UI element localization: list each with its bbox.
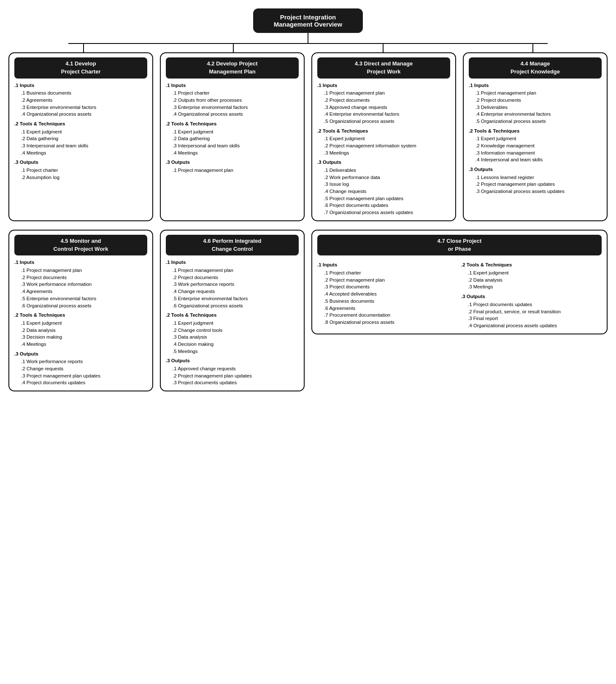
card-45-input-5: .5 Enterprise environmental factors xyxy=(14,295,147,302)
card-43-tool-1: .1 Expert judgment xyxy=(317,135,450,142)
card-45-title: 4.5 Monitor and Control Project Work xyxy=(14,235,147,256)
card-47-outputs-header: .3 Outputs xyxy=(461,293,602,300)
card-46-input-3: .3 Work performance reports xyxy=(166,281,299,288)
card-44-input-5: .5 Organizational process assets xyxy=(469,118,602,125)
card-47-output-3: .3 Final report xyxy=(461,315,602,322)
card-41-tool-3: .3 Interpersonal and team skills xyxy=(14,142,147,149)
card-44-input-4: .4 Enterprise environmental factors xyxy=(469,111,602,118)
page-container: Project Integration Management Overview … xyxy=(8,8,608,391)
card-45-input-3: .3 Work performance information xyxy=(14,281,147,288)
card-47-tools-header: .2 Tools & Techniques xyxy=(461,261,602,269)
card-46-tools-header: .2 Tools & Techniques xyxy=(166,312,299,319)
card-44-input-3: .3 Deliverables xyxy=(469,104,602,111)
card-43-inputs-header: .1 Inputs xyxy=(317,82,450,89)
card-46-input-6: .6 Organizational process assets xyxy=(166,302,299,309)
card-47-tool-2: .2 Data analysis xyxy=(461,277,602,284)
card-46-outputs-header: .3 Outputs xyxy=(166,357,299,364)
card-42-tool-3: .3 Interpersonal and team skills xyxy=(166,142,299,149)
card-42-tool-2: .2 Data gathering xyxy=(166,135,299,142)
card-43-output-1: .1 Deliverables xyxy=(317,167,450,174)
card-47-output-1: .1 Project documents updates xyxy=(461,301,602,308)
card-43-input-5: .5 Organizational process assets xyxy=(317,118,450,125)
card-44-tool-1: .1 Expert judgment xyxy=(469,135,602,142)
card-42-inputs-header: .1 Inputs xyxy=(166,82,299,89)
card-41-outputs-header: .3 Outputs xyxy=(14,159,147,166)
card-42-tool-4: .4 Meetings xyxy=(166,149,299,157)
card-47-input-3: .3 Project documents xyxy=(317,283,458,290)
root-title: Project Integration Management Overview xyxy=(253,8,363,33)
card-45-output-1: .1 Work performance reports xyxy=(14,358,147,365)
card-43-input-2: .2 Project documents xyxy=(317,97,450,104)
card-46-tool-3: .3 Data analysis xyxy=(166,334,299,341)
card-47-input-1: .1 Project charter xyxy=(317,269,458,277)
card-43-output-2: .2 Work performance data xyxy=(317,174,450,181)
card-41-tool-1: .1 Expert judgment xyxy=(14,128,147,136)
card-42-output-1: .1 Project management plan xyxy=(166,167,299,174)
card-43-tool-3: .3 Meetings xyxy=(317,149,450,157)
card-46-tool-1: .1 Expert judgment xyxy=(166,320,299,327)
card-41: 4.1 Develop Project Charter .1 Inputs .1… xyxy=(8,52,153,221)
card-46-input-1: .1 Project management plan xyxy=(166,267,299,274)
card-46-input-5: .5 Enterprise environmental factors xyxy=(166,295,299,302)
card-44-input-1: .1 Project management plan xyxy=(469,90,602,97)
card-46-output-2: .2 Project management plan updates xyxy=(166,372,299,380)
card-43-outputs-header: .3 Outputs xyxy=(317,159,450,166)
vline-1 xyxy=(83,44,84,52)
card-46-tool-5: .5 Meetings xyxy=(166,348,299,355)
vline-4 xyxy=(532,44,533,52)
card-45: 4.5 Monitor and Control Project Work .1 … xyxy=(8,230,153,391)
card-47-input-6: .6 Agreements xyxy=(317,305,458,312)
card-43-title: 4.3 Direct and Manage Project Work xyxy=(317,57,450,79)
card-44-output-3: .3 Organizational process assets updates xyxy=(469,188,602,195)
card-42-input-2: .2 Outputs from other processes xyxy=(166,97,299,104)
card-47-input-7: .7 Procurement documentation xyxy=(317,312,458,319)
vline-3 xyxy=(383,44,384,52)
card-41-output-1: .1 Project charter xyxy=(14,167,147,174)
h-connector-line xyxy=(68,43,548,44)
card-43-input-4: .4 Enterprise environmental factors xyxy=(317,111,450,118)
card-41-input-4: .4 Organizational process assets xyxy=(14,111,147,118)
vline-cell-2 xyxy=(158,44,308,52)
card-47-input-5: .5 Business documents xyxy=(317,298,458,305)
card-42: 4.2 Develop Project Management Plan .1 I… xyxy=(160,52,305,221)
root-vline xyxy=(308,33,308,43)
vline-2 xyxy=(233,44,234,52)
card-46-title: 4.6 Perform Integrated Change Control xyxy=(166,235,299,256)
card-46-input-4: .4 Change requests xyxy=(166,288,299,295)
card-47-title: 4.7 Close Project or Phase xyxy=(317,235,602,256)
bottom-row: 4.5 Monitor and Control Project Work .1 … xyxy=(8,230,608,391)
card-47-left: .1 Inputs .1 Project charter .2 Project … xyxy=(317,259,458,329)
top-vlines xyxy=(8,44,608,52)
card-46: 4.6 Perform Integrated Change Control .1… xyxy=(160,230,305,391)
vline-cell-4 xyxy=(458,44,608,52)
card-45-output-4: .4 Project documents updates xyxy=(14,379,147,386)
card-45-outputs-header: .3 Outputs xyxy=(14,350,147,358)
card-42-input-3: .3 Enterprise environmental factors xyxy=(166,104,299,111)
card-47-inputs-header: .1 Inputs xyxy=(317,261,458,269)
card-44-inputs-header: .1 Inputs xyxy=(469,82,602,89)
card-47-input-4: .4 Accepted deliverables xyxy=(317,290,458,298)
card-44-tools-header: .2 Tools & Techniques xyxy=(469,128,602,135)
card-45-input-1: .1 Project management plan xyxy=(14,267,147,274)
card-45-tool-2: .2 Data analysis xyxy=(14,327,147,334)
card-45-tool-1: .1 Expert judgment xyxy=(14,320,147,327)
card-44-tool-2: .2 Knowledge management xyxy=(469,142,602,149)
card-44-title: 4.4 Manage Project Knowledge xyxy=(469,57,602,79)
top-row: 4.1 Develop Project Charter .1 Inputs .1… xyxy=(8,52,608,221)
card-46-inputs-header: .1 Inputs xyxy=(166,259,299,266)
card-43-input-1: .1 Project management plan xyxy=(317,90,450,97)
card-41-output-2: .2 Assumption log xyxy=(14,174,147,181)
card-47-right: .2 Tools & Techniques .1 Expert judgment… xyxy=(461,259,602,329)
card-46-output-3: .3 Project documents updates xyxy=(166,379,299,386)
card-45-input-6: .6 Organizational process assets xyxy=(14,302,147,309)
card-42-tool-1: .1 Expert judgment xyxy=(166,128,299,136)
card-47-output-2: .2 Final product, service, or result tra… xyxy=(461,308,602,315)
card-45-output-2: .2 Change requests xyxy=(14,365,147,372)
card-45-tools-header: .2 Tools & Techniques xyxy=(14,312,147,319)
card-46-input-2: .2 Project documents xyxy=(166,274,299,281)
card-44-outputs-header: .3 Outputs xyxy=(469,166,602,173)
card-46-tool-2: .2 Change control tools xyxy=(166,327,299,334)
card-43-output-6: .6 Project documents updates xyxy=(317,202,450,209)
card-47-input-2: .2 Project management plan xyxy=(317,277,458,284)
card-42-input-1: .1 Project charter xyxy=(166,90,299,97)
